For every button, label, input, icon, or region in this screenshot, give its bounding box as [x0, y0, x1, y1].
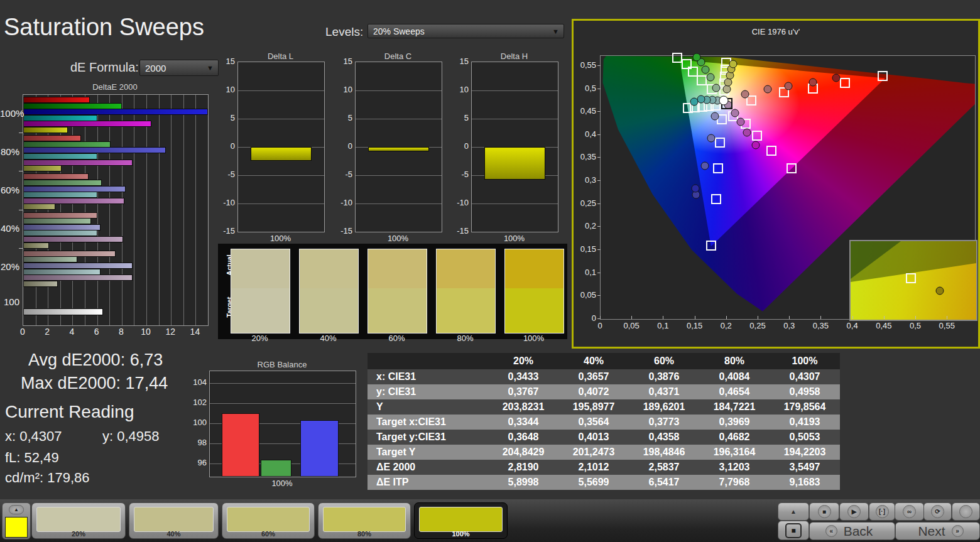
patch-tile-20%[interactable]: 20% — [31, 502, 126, 539]
reading-cdm2: cd/m²: 179,86 — [5, 470, 90, 486]
next-button[interactable]: Next » — [895, 522, 980, 540]
y-tick-label: 15 — [217, 57, 235, 66]
bottom-bar: ▲ 20%40%60%80%100% ▲ ■ ■▶[·]∞⟳ « Back Ne… — [0, 499, 980, 542]
x-tick-label: 0,45 — [873, 321, 895, 330]
cell-value: 0,4307 — [770, 369, 840, 384]
loop-button[interactable]: ⟳ — [923, 502, 952, 521]
patch-tile-60%[interactable]: 60% — [222, 502, 315, 539]
group-label: 40% — [0, 223, 19, 234]
x-tick — [852, 316, 853, 319]
row-label: ΔE ITP — [368, 475, 488, 490]
cie-target-green — [697, 75, 707, 85]
back-label: Back — [844, 524, 873, 539]
cell-value: 0,4682 — [699, 430, 770, 445]
gridline — [472, 90, 558, 91]
cie-measured-magenta — [731, 109, 739, 117]
y-tick-label: -10 — [217, 198, 235, 207]
cell-value: 0,4358 — [629, 430, 699, 445]
bar-magenta — [23, 198, 124, 204]
target-swatch — [368, 288, 427, 333]
single-measure-button[interactable]: [·] — [869, 502, 895, 521]
cie-target-blue — [713, 163, 723, 173]
y-tick-label: 15 — [335, 57, 352, 66]
x-tick-label: 0,15 — [683, 321, 706, 330]
cie-white-point — [719, 95, 728, 105]
collapse-button[interactable]: ▲ — [778, 502, 809, 521]
gridline — [85, 95, 85, 325]
inset-measured-circle — [936, 286, 944, 295]
group-label: 80% — [0, 146, 19, 157]
inset-target-square — [906, 273, 916, 283]
swatch-label: 40% — [299, 333, 357, 343]
cell-value: 0,3648 — [488, 430, 558, 445]
cie-measured-blue — [691, 184, 699, 192]
cie-measured-magenta — [736, 118, 744, 126]
y-tick-label: -15 — [335, 226, 352, 236]
x-axis-label: 100% — [237, 234, 324, 243]
cell-value: 0,4013 — [558, 430, 629, 445]
y-tick — [19, 171, 23, 171]
bar-green — [23, 141, 111, 148]
record-button[interactable] — [952, 502, 980, 521]
stop-button[interactable]: ■ — [809, 502, 839, 521]
patch-tile-100%[interactable]: 100% — [414, 502, 508, 539]
y-tick — [19, 133, 23, 133]
y-tick-label: 0,15 — [576, 244, 596, 254]
gridline — [159, 95, 160, 325]
de-formula-dropdown[interactable]: 2000 ▼ — [139, 60, 219, 76]
swatch-60% — [368, 249, 427, 333]
tile-label: 100% — [415, 530, 507, 538]
cell-value: 7,7968 — [699, 475, 770, 490]
table-col-header: 20% — [488, 353, 558, 369]
y-tick — [597, 111, 601, 112]
y-tick-label: 5 — [451, 113, 469, 122]
cie-target-blue — [711, 194, 721, 204]
x-tick — [789, 316, 790, 319]
patch-up-arrow-button[interactable]: ▲ — [9, 505, 24, 514]
gridline — [109, 95, 110, 325]
patch-tile-40%[interactable]: 40% — [129, 502, 219, 539]
cie-measured-cyan — [690, 98, 699, 106]
gridline — [210, 403, 356, 404]
cie-measured-blue — [710, 112, 719, 120]
continuous-button[interactable]: ∞ — [895, 502, 924, 521]
x-tick — [663, 316, 663, 319]
cell-value: 189,6201 — [629, 399, 699, 415]
y-tick-label: -10 — [335, 198, 352, 207]
cell-value: 179,8564 — [770, 399, 840, 415]
cell-value: 201,2473 — [558, 445, 629, 460]
y-tick-label: 0,25 — [576, 198, 596, 208]
levels-label: Levels: — [325, 25, 363, 39]
stop-pattern-button[interactable]: ■ — [778, 521, 809, 540]
swatch-20% — [231, 249, 290, 333]
play-button[interactable]: ▶ — [839, 502, 869, 521]
x-tick — [915, 316, 916, 319]
y-tick-label: -5 — [217, 170, 235, 179]
cell-value: 5,8998 — [488, 475, 558, 490]
tile-swatch — [134, 507, 214, 532]
tile-swatch — [36, 507, 121, 532]
cie-plot-area — [600, 55, 976, 320]
y-tick-label: 0 — [451, 141, 469, 151]
tile-swatch — [227, 507, 310, 532]
back-button[interactable]: « Back — [809, 522, 895, 540]
bar-yellow — [23, 242, 49, 249]
cie-measured-green — [706, 73, 714, 82]
x-tick-label: 0,1 — [651, 321, 674, 330]
bar-white — [23, 308, 103, 315]
bar-yellow — [23, 203, 55, 210]
y-tick-label: 0,5 — [576, 84, 596, 93]
gridline — [356, 119, 442, 119]
patch-tile-80%[interactable]: 80% — [318, 502, 411, 539]
gridline — [195, 95, 196, 325]
bar-green — [23, 180, 102, 186]
cell-value: 0,3344 — [488, 415, 558, 430]
cell-value: 0,4193 — [770, 415, 840, 430]
y-tick-label: 5 — [217, 113, 235, 122]
bar-cyan — [23, 230, 97, 236]
rgb-balance-title: RGB Balance — [209, 360, 355, 369]
actual-swatch — [300, 249, 358, 288]
swatch-label: 60% — [368, 333, 426, 343]
levels-dropdown[interactable]: 20% Sweeps ▼ — [368, 24, 564, 38]
table-row: Y203,8231195,8977189,6201184,7221179,856… — [368, 399, 840, 415]
